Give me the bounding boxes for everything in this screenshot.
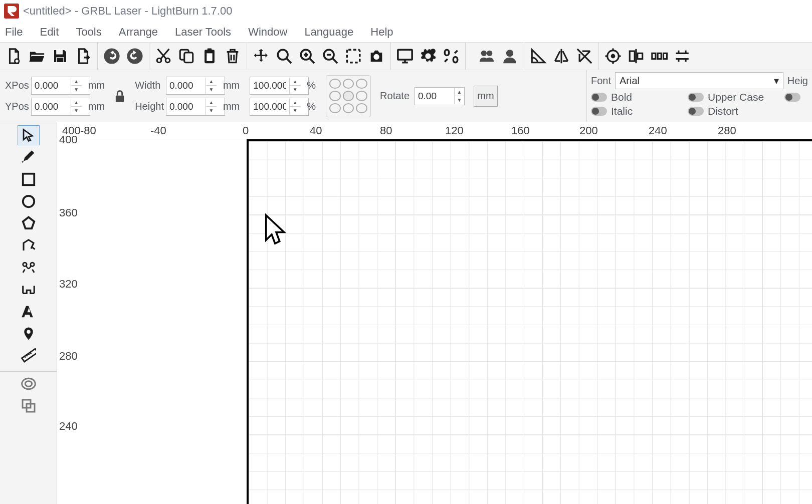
group-two-icon[interactable]	[477, 46, 497, 66]
menu-file[interactable]: File	[5, 26, 23, 39]
device-settings-icon[interactable]	[441, 46, 461, 66]
scale-h-unit: %	[307, 101, 316, 112]
menu-bar: File Edit Tools Arrange Laser Tools Wind…	[0, 22, 812, 42]
polygon-tool-icon[interactable]	[18, 213, 40, 233]
height-input[interactable]: ▲▼	[166, 98, 225, 116]
mirror-h-icon[interactable]	[551, 46, 571, 66]
horizontal-ruler: 400-80-4004080120160200240280	[57, 122, 812, 139]
position-laser-icon[interactable]	[18, 324, 40, 344]
camera-icon[interactable]	[366, 46, 386, 66]
anchor-grid[interactable]	[326, 75, 371, 117]
rotate-input[interactable]: ▲▼	[415, 87, 465, 105]
menu-window[interactable]: Window	[248, 26, 287, 39]
text-tool-icon[interactable]	[18, 302, 40, 322]
main-toolbar	[0, 42, 812, 70]
svg-rect-26	[658, 53, 661, 59]
upper-case-toggle[interactable]	[688, 93, 704, 102]
distribute-icon[interactable]	[649, 46, 669, 66]
cut-icon[interactable]	[153, 46, 173, 66]
width-label: Width	[135, 80, 164, 91]
measure-tool-icon[interactable]	[18, 346, 40, 366]
export-icon[interactable]	[73, 46, 93, 66]
ruler-tick: 280	[59, 350, 78, 363]
mirror-v-icon[interactable]	[574, 46, 594, 66]
menu-language[interactable]: Language	[304, 26, 353, 39]
italic-label: Italic	[611, 105, 633, 117]
svg-rect-15	[398, 50, 412, 60]
menu-laser-tools[interactable]: Laser Tools	[175, 26, 231, 39]
svg-rect-13	[347, 50, 360, 63]
title-bar: <untitled> - GRBL Laser - LightBurn 1.7.…	[0, 0, 812, 22]
align-icon[interactable]	[626, 46, 646, 66]
extra-toggle[interactable]	[784, 93, 800, 102]
properties-bar: XPos ▲▼ mm YPos ▲▼ mm Width ▲▼ mm Height…	[0, 70, 812, 122]
units-button[interactable]: mm	[474, 86, 498, 107]
tool-rail	[0, 122, 57, 504]
ellipse-tool-icon[interactable]	[18, 191, 40, 211]
scale-w-input[interactable]: ▲▼	[250, 77, 309, 95]
ypos-input[interactable]: ▲▼	[31, 98, 90, 116]
copy-icon[interactable]	[176, 46, 196, 66]
svg-point-33	[27, 330, 31, 334]
vertical-ruler: 400360320280240	[57, 122, 86, 504]
xpos-input[interactable]: ▲▼	[31, 77, 90, 95]
lock-aspect-icon[interactable]	[110, 86, 130, 106]
menu-edit[interactable]: Edit	[40, 26, 59, 39]
paste-icon[interactable]	[199, 46, 220, 66]
path-tool-icon[interactable]	[18, 235, 40, 256]
svg-rect-29	[23, 174, 34, 185]
width-unit: mm	[223, 80, 240, 91]
pan-icon[interactable]	[251, 46, 271, 66]
offset-shapes-icon[interactable]	[18, 374, 40, 394]
menu-tools[interactable]: Tools	[76, 26, 101, 39]
svg-point-1	[104, 48, 119, 64]
width-input[interactable]: ▲▼	[166, 77, 225, 95]
ruler-tick: 80	[380, 124, 392, 137]
menu-help[interactable]: Help	[370, 26, 393, 39]
window-title: <untitled> - GRBL Laser - LightBurn 1.7.…	[23, 5, 232, 18]
distort-toggle[interactable]	[688, 107, 704, 116]
ruler-tick: 40	[310, 124, 322, 137]
canvas[interactable]: 400-80-4004080120160200240280 4003603202…	[57, 122, 812, 504]
zoom-out-icon[interactable]	[320, 46, 340, 66]
font-panel: Font Arial ▾ Heig Bold Upper Case Italic…	[586, 70, 812, 122]
scale-h-input[interactable]: ▲▼	[250, 98, 309, 116]
save-icon[interactable]	[50, 46, 70, 66]
rectangle-tool-icon[interactable]	[18, 169, 40, 189]
svg-rect-24	[638, 53, 643, 59]
boolean-ops-icon[interactable]	[18, 396, 40, 416]
edit-nodes-tool-icon[interactable]	[18, 258, 40, 278]
upper-case-label: Upper Case	[708, 91, 764, 103]
italic-toggle[interactable]	[591, 107, 607, 116]
redo-icon[interactable]	[125, 46, 145, 66]
open-file-icon[interactable]	[27, 46, 47, 66]
app-logo-icon	[4, 4, 19, 19]
zoom-icon[interactable]	[274, 46, 294, 66]
draw-line-tool-icon[interactable]	[18, 147, 40, 167]
focus-target-icon[interactable]	[603, 46, 623, 66]
new-file-icon[interactable]	[4, 46, 24, 66]
svg-rect-25	[652, 53, 656, 59]
frame-icon[interactable]	[343, 46, 363, 66]
height-label: Height	[135, 101, 164, 112]
ruler-tick: 320	[59, 278, 78, 291]
svg-point-20	[506, 50, 513, 57]
ruler-tick: 280	[718, 124, 736, 137]
bold-toggle[interactable]	[591, 93, 607, 102]
select-tool-icon[interactable]	[18, 125, 40, 145]
settings-gear-icon[interactable]	[418, 46, 438, 66]
origin-line-vertical	[247, 122, 249, 504]
menu-arrange[interactable]: Arrange	[119, 26, 158, 39]
ruler-tick: 240	[649, 124, 667, 137]
ruler-tick: 360	[59, 206, 78, 219]
single-user-icon[interactable]	[500, 46, 520, 66]
ruler-tick: 400	[59, 133, 78, 146]
font-select[interactable]: Arial ▾	[615, 72, 783, 89]
measure-angle-icon[interactable]	[528, 46, 548, 66]
monitor-icon[interactable]	[395, 46, 415, 66]
delete-icon[interactable]	[223, 46, 243, 66]
add-tabs-tool-icon[interactable]	[18, 280, 40, 300]
zoom-in-icon[interactable]	[297, 46, 317, 66]
undo-icon[interactable]	[102, 46, 122, 66]
arrange-icon[interactable]	[672, 46, 692, 66]
